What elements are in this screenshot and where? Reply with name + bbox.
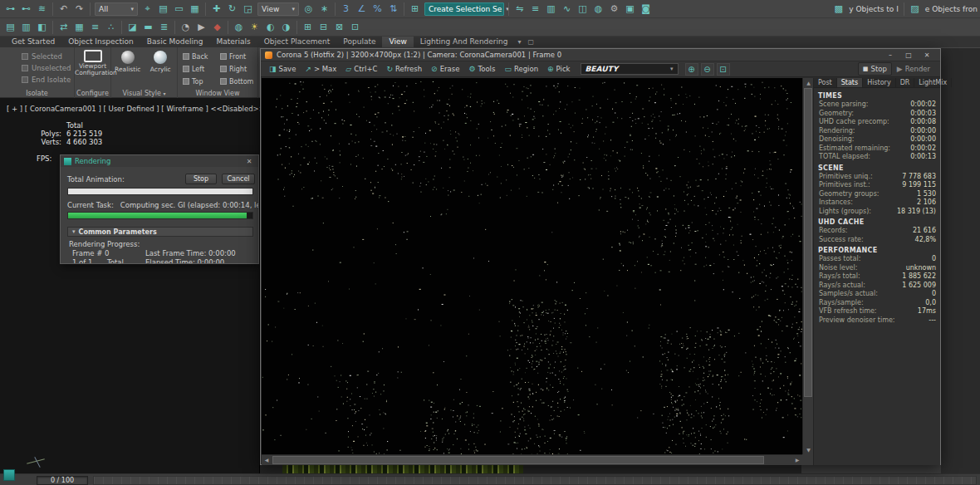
undo-icon[interactable]: ↶ <box>56 2 71 16</box>
common-parameters-rollout[interactable]: ▾ Common Parameters <box>67 227 253 237</box>
paste-objects-button[interactable]: e Objects fron <box>925 5 978 13</box>
vertical-scrollbar[interactable]: ▲ ▼ <box>802 78 813 454</box>
render-production-icon[interactable]: ◙ <box>639 2 653 16</box>
ribbon-tab-get-started[interactable]: Get Started <box>5 37 61 47</box>
select-and-manipulate-icon[interactable]: ∗ <box>317 2 331 16</box>
snaps-toggle-icon[interactable]: 3 <box>339 2 353 16</box>
viewport-label[interactable]: [ + ] [ CoronaCamera001 ] [ User Defined… <box>7 105 265 113</box>
edit-named-selection-sets-icon[interactable]: ⊞ <box>408 2 422 16</box>
render-setup-icon[interactable]: ⚙ <box>607 2 621 16</box>
view-button-bottom[interactable]: Bottom <box>218 76 254 87</box>
region-button[interactable]: ▭Region <box>500 62 542 76</box>
ribbon-window-icon[interactable]: ▢ <box>525 37 538 47</box>
vfb-titlebar[interactable]: Corona 5 (Hotfix 2) | 3200×4700px (1:2) … <box>261 49 940 61</box>
array-tool-icon[interactable]: ▦ <box>72 20 86 34</box>
copy-objects-button[interactable]: y Objects to I <box>849 5 899 13</box>
view-button-front[interactable]: Front <box>218 51 254 62</box>
manage-layers-icon[interactable]: ◪ <box>125 20 140 34</box>
save-button[interactable]: ◨Save <box>265 62 300 76</box>
mirror-icon[interactable]: ⇋ <box>512 2 527 16</box>
custom-script-icon-2[interactable]: ▨ <box>908 2 922 16</box>
select-and-link-icon[interactable]: ⊶ <box>3 2 17 16</box>
spacing-tool-icon[interactable]: ∴ <box>104 20 118 34</box>
bind-to-space-warp-icon[interactable]: ≋ <box>35 2 49 16</box>
zoom-out-button[interactable]: ⊖ <box>701 63 714 76</box>
window-crossing-toggle-icon[interactable]: ▦ <box>188 2 202 16</box>
vfb-tab-history[interactable]: History <box>863 78 895 87</box>
ribbon-tab-object-inspection[interactable]: Object Inspection <box>61 37 140 47</box>
stop-button[interactable]: Stop <box>185 174 217 184</box>
rendering-dialog-titlebar[interactable]: Rendering ✕ <box>61 155 258 167</box>
mirror-tool-icon[interactable]: ⇄ <box>56 20 71 34</box>
render-view[interactable] <box>262 78 802 454</box>
use-pivot-point-center-icon[interactable]: ◎ <box>301 2 316 16</box>
tools-button[interactable]: ⚙Tools <box>464 62 499 76</box>
vfb-tab-post[interactable]: Post <box>814 78 837 87</box>
viewport-configuration-button[interactable]: Viewport Configuration <box>75 50 110 76</box>
configure-panel-footer[interactable]: Configure <box>75 90 110 97</box>
curve-editor-icon[interactable]: ∿ <box>560 2 574 16</box>
trackbar-toggle-icon[interactable] <box>3 469 15 481</box>
selection-filter-dropdown[interactable]: All▾ <box>95 2 138 16</box>
view-button-back[interactable]: Back <box>181 51 217 62</box>
unlink-selection-icon[interactable]: ⊷ <box>19 2 33 16</box>
viewport-layout-tabs-icon[interactable]: ◧ <box>35 20 49 34</box>
ribbon-tab-materials[interactable]: Materials <box>209 37 257 47</box>
frame-indicator[interactable]: 0 / 100 <box>37 476 88 485</box>
grid-toggle-icon[interactable]: ⊞ <box>301 20 315 34</box>
material-override-icon[interactable]: ◍ <box>232 20 246 34</box>
view-button-top[interactable]: Top <box>181 76 217 87</box>
angle-snap-toggle-icon[interactable]: ∠ <box>355 2 369 16</box>
refresh-button[interactable]: ↻Refresh <box>382 62 426 76</box>
scroll-left-icon[interactable]: ◀ <box>262 455 272 465</box>
viewport-background-icon[interactable]: ⊡ <box>348 20 362 34</box>
ribbon-tab-object-placement[interactable]: Object Placement <box>257 37 337 47</box>
play-animation-icon[interactable]: ▶ <box>194 20 208 34</box>
layer-explorer-toggle-icon[interactable]: ▥ <box>19 20 33 34</box>
stop-render-button[interactable]: ■Stop <box>858 62 892 76</box>
vfb-tab-lightmix[interactable]: LightMix <box>914 78 952 87</box>
window-view-panel-footer[interactable]: Window View <box>178 90 257 97</box>
select-and-scale-icon[interactable]: ◲ <box>241 2 255 16</box>
acrylic-style-button[interactable]: Acrylic <box>145 49 175 73</box>
scene-script-icon[interactable]: ≣ <box>157 20 171 34</box>
zoom-in-button[interactable]: ⊕ <box>685 63 698 76</box>
end-isolate-button[interactable]: End Isolate <box>22 74 74 85</box>
time-slider-track[interactable] <box>93 476 977 485</box>
units-setup-icon[interactable]: ⊟ <box>316 20 331 34</box>
isolate-selected-button[interactable]: Selected <box>22 51 74 61</box>
align-tool-icon[interactable]: ≡ <box>88 20 102 34</box>
statistics-toggle-icon[interactable]: ⊠ <box>332 20 346 34</box>
cancel-button[interactable]: Cancel <box>222 174 255 184</box>
key-mode-icon[interactable]: ◆ <box>210 20 224 34</box>
select-and-rotate-icon[interactable]: ↻ <box>225 2 239 16</box>
to-max-button[interactable]: ↗> Max <box>301 62 341 76</box>
align-icon[interactable]: ≡ <box>528 2 542 16</box>
material-editor-icon[interactable]: ◍ <box>591 2 605 16</box>
percent-snap-toggle-icon[interactable]: % <box>370 2 385 16</box>
vertical-scroll-thumb[interactable] <box>804 88 812 397</box>
schematic-view-icon[interactable]: ◫ <box>576 2 590 16</box>
ribbon-tab-lighting-and-rendering[interactable]: Lighting And Rendering <box>414 37 515 47</box>
scroll-right-icon[interactable]: ▶ <box>792 455 802 465</box>
horizontal-scrollbar[interactable]: ◀ ▶ <box>262 454 802 465</box>
select-by-name-icon[interactable]: ▤ <box>156 2 170 16</box>
rectangular-selection-region-icon[interactable]: ▭ <box>172 2 186 16</box>
close-button[interactable]: ✕ <box>918 49 936 61</box>
vfb-tab-dr[interactable]: DR <box>896 78 915 87</box>
time-configuration-icon[interactable]: ◔ <box>179 20 193 34</box>
environment-settings-icon[interactable]: ◐ <box>263 20 277 34</box>
view-button-left[interactable]: Left <box>181 63 217 75</box>
pick-button[interactable]: ⊕Pick <box>543 62 574 76</box>
spinner-snap-toggle-icon[interactable]: ⇅ <box>386 2 400 16</box>
horizontal-scroll-thumb[interactable] <box>272 456 764 464</box>
light-lister-icon[interactable]: ☀ <box>247 20 262 34</box>
maximize-button[interactable]: □ <box>899 49 918 61</box>
ribbon-collapse-icon[interactable]: ▾ <box>514 37 524 47</box>
rendered-frame-window-icon[interactable]: ▣ <box>623 2 637 16</box>
render-canvas[interactable] <box>262 78 802 454</box>
copy-to-clipboard-button[interactable]: ▱Ctrl+C <box>341 62 381 76</box>
create-selection-set-dropdown[interactable]: Create Selection Se▾ <box>424 2 504 16</box>
visual-style-panel-footer[interactable]: Visual Style ▾ <box>111 90 177 97</box>
ribbon-tab-basic-modeling[interactable]: Basic Modeling <box>140 37 210 47</box>
